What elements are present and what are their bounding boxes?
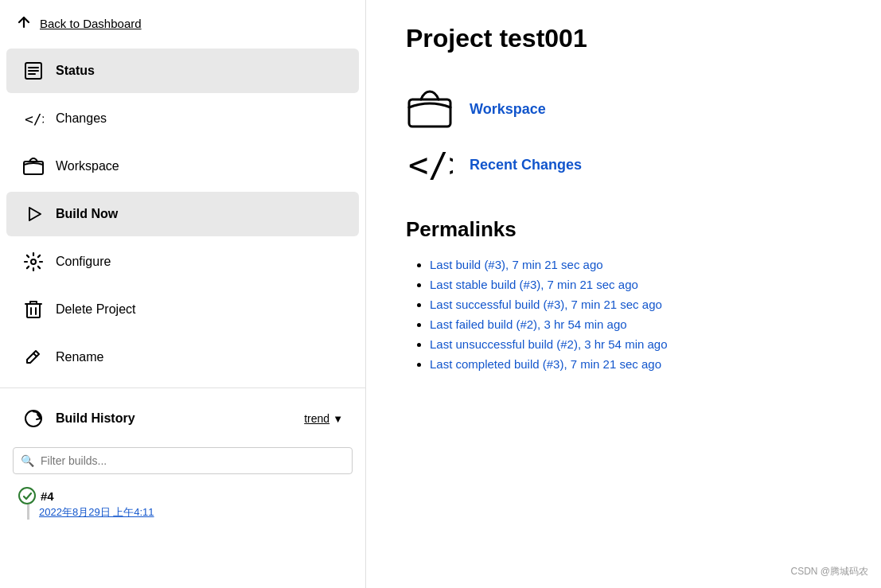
nav-item-status[interactable]: Status <box>6 49 359 93</box>
trend-link[interactable]: trend <box>304 412 329 425</box>
permalink-link-4[interactable]: Last unsuccessful build (#2), 3 hr 54 mi… <box>430 337 668 351</box>
build-history-label: Build History <box>56 411 135 426</box>
recent-changes-link-item[interactable]: </> Recent Changes <box>406 141 841 189</box>
nav-label-workspace: Workspace <box>56 159 119 173</box>
permalink-item-2: Last successful build (#3), 7 min 21 sec… <box>430 298 841 311</box>
sidebar-divider <box>0 387 365 388</box>
svg-rect-9 <box>27 304 40 317</box>
nav-item-workspace[interactable]: Workspace <box>6 144 359 189</box>
svg-marker-7 <box>29 208 41 220</box>
permalinks-title: Permalinks <box>406 217 841 242</box>
build-history-right[interactable]: trend ▼ <box>304 412 343 425</box>
permalink-item-4: Last unsuccessful build (#2), 3 hr 54 mi… <box>430 337 841 351</box>
build-now-icon <box>22 203 45 225</box>
svg-line-12 <box>33 353 37 356</box>
filter-builds-container: 🔍 <box>13 447 353 474</box>
nav-item-rename[interactable]: Rename <box>6 335 359 380</box>
status-icon <box>22 60 45 82</box>
workspace-link-item[interactable]: Workspace <box>406 85 841 133</box>
nav-label-rename: Rename <box>56 350 103 364</box>
build-history-icon <box>22 407 45 430</box>
permalink-item-0: Last build (#3), 7 min 21 sec ago <box>430 258 841 271</box>
nav-label-status: Status <box>56 64 95 78</box>
back-label: Back to Dashboard <box>40 17 142 30</box>
nav-item-delete-project[interactable]: Delete Project <box>6 287 359 332</box>
recent-changes-link-label[interactable]: Recent Changes <box>470 157 582 173</box>
permalink-item-3: Last failed build (#2), 3 hr 54 min ago <box>430 317 841 331</box>
search-icon: 🔍 <box>21 454 34 467</box>
build-success-icon <box>18 487 36 504</box>
filter-builds-input[interactable] <box>13 447 353 474</box>
nav-label-build-now: Build Now <box>56 207 118 221</box>
watermark: CSDN @腾城码农 <box>790 565 868 578</box>
nav-item-build-now[interactable]: Build Now <box>6 192 359 236</box>
workspace-link-icon <box>406 85 454 133</box>
build-history-left: Build History <box>22 407 135 430</box>
permalink-link-1[interactable]: Last stable build (#3), 7 min 21 sec ago <box>430 278 638 291</box>
nav-item-changes[interactable]: </> Changes <box>6 96 359 141</box>
build-status: #4 <box>18 487 349 504</box>
delete-icon <box>22 298 45 321</box>
changes-icon: </> <box>22 107 45 130</box>
sidebar: Back to Dashboard Status </> Changes <box>0 0 366 588</box>
permalink-item-5: Last completed build (#3), 7 min 21 sec … <box>430 357 841 371</box>
rename-icon <box>22 346 45 368</box>
build-number: #4 <box>41 489 54 503</box>
recent-changes-link-icon: </> <box>406 141 454 189</box>
workspace-icon <box>22 155 45 177</box>
permalink-link-0[interactable]: Last build (#3), 7 min 21 sec ago <box>430 258 603 271</box>
permalink-link-5[interactable]: Last completed build (#3), 7 min 21 sec … <box>430 357 661 371</box>
svg-text:</>: </> <box>408 146 453 185</box>
main-content: Project test001 Workspace </> Recent Cha… <box>366 0 881 588</box>
workspace-link-label[interactable]: Workspace <box>470 101 546 118</box>
nav-label-delete-project: Delete Project <box>56 302 136 317</box>
svg-text:</>: </> <box>25 111 44 127</box>
build-date[interactable]: 2022年8月29日 上午4:11 <box>39 506 154 518</box>
configure-icon <box>22 251 45 273</box>
nav-label-configure: Configure <box>56 255 111 269</box>
svg-point-8 <box>31 259 36 264</box>
nav-label-changes: Changes <box>56 111 107 126</box>
permalink-link-3[interactable]: Last failed build (#2), 3 hr 54 min ago <box>430 317 627 331</box>
permalinks-list: Last build (#3), 7 min 21 sec ago Last s… <box>406 258 841 371</box>
build-date-bar: 2022年8月29日 上午4:11 <box>27 504 349 520</box>
permalink-link-2[interactable]: Last successful build (#3), 7 min 21 sec… <box>430 298 662 311</box>
chevron-down-icon[interactable]: ▼ <box>333 413 343 425</box>
page-title: Project test001 <box>406 24 841 53</box>
back-to-dashboard-link[interactable]: Back to Dashboard <box>0 0 365 47</box>
build-item[interactable]: #4 2022年8月29日 上午4:11 <box>0 479 365 528</box>
main-links: Workspace </> Recent Changes <box>406 85 841 189</box>
permalink-item-1: Last stable build (#3), 7 min 21 sec ago <box>430 278 841 291</box>
build-history-header: Build History trend ▼ <box>6 396 359 441</box>
arrow-up-icon <box>16 14 32 33</box>
nav-item-configure[interactable]: Configure <box>6 239 359 284</box>
